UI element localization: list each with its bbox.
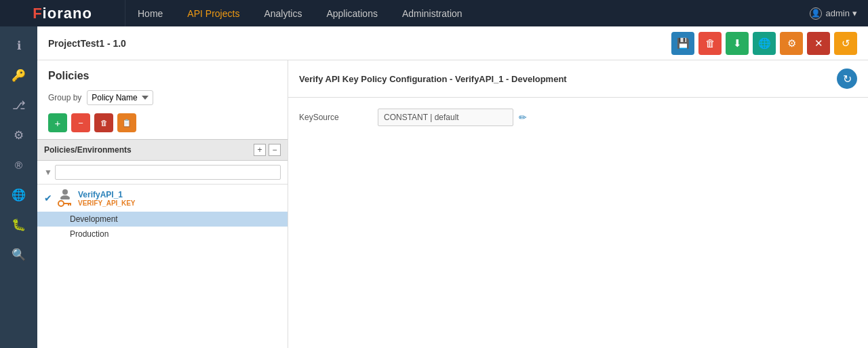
header-bar: ProjectTest1 - 1.0 💾 🗑 ⬇ 🌐 ⚙ ✕ ↺	[37, 26, 868, 60]
nav-items: Home API Projects Analytics Applications…	[125, 0, 810, 26]
sidebar-icon-key[interactable]: 🔑	[7, 63, 31, 88]
right-panel-title: Verify API Key Policy Configuration - Ve…	[299, 74, 567, 84]
save-button[interactable]: 💾	[671, 32, 694, 55]
collapse-all-button[interactable]: −	[269, 144, 281, 156]
tree-header-icons: + −	[254, 144, 281, 156]
env-item-production[interactable]: Production	[37, 227, 288, 241]
sidebar-icon-flow[interactable]: ⎇	[7, 93, 31, 117]
cancel-button[interactable]: ✕	[807, 32, 830, 55]
sidebar-icon-bug[interactable]: 🐛	[7, 212, 31, 237]
filter-icon: ▼	[44, 168, 52, 177]
sidebar-icon-search[interactable]: 🔍	[7, 242, 31, 267]
delete-button[interactable]: 🗑	[698, 32, 722, 55]
tree-header-label: Policies/Environments	[44, 145, 132, 155]
field-value-wrap-keysource: CONSTANT | default ✏	[378, 109, 857, 126]
user-chevron-icon: ▾	[852, 8, 857, 18]
page-title: ProjectTest1 - 1.0	[48, 38, 126, 49]
group-by-row: Group by Policy Name Environment	[37, 88, 288, 111]
remove-policy-button[interactable]: 🗑	[94, 113, 113, 132]
sidebar-icon-registered[interactable]: ®	[7, 153, 31, 177]
svg-point-0	[62, 189, 68, 195]
right-panel: Verify API Key Policy Configuration - Ve…	[288, 60, 868, 348]
main-layout: ℹ 🔑 ⎇ ⚙ ® 🌐 🐛 🔍 ProjectTest1 - 1.0 💾 🗑 ⬇…	[0, 26, 868, 348]
filter-row: ▼	[37, 161, 288, 185]
sidebar-icon-info[interactable]: ℹ	[7, 33, 31, 58]
env-item-development[interactable]: Development	[37, 212, 288, 227]
header-actions: 💾 🗑 ⬇ 🌐 ⚙ ✕ ↺	[671, 32, 857, 55]
filter-input[interactable]	[55, 165, 281, 180]
policy-name: VerifyAPI_1	[78, 190, 135, 199]
left-panel: Policies Group by Policy Name Environmen…	[37, 60, 288, 348]
field-row-keysource: KeySource CONSTANT | default ✏	[299, 109, 857, 126]
group-by-label: Group by	[48, 93, 81, 102]
svg-point-2	[58, 201, 64, 206]
split-panel: Policies Group by Policy Name Environmen…	[37, 60, 868, 348]
env-production-label: Production	[70, 229, 108, 239]
logo: Fiorano	[0, 0, 125, 26]
remove-env-button[interactable]: −	[71, 113, 90, 132]
nav-item-api-projects[interactable]: API Projects	[175, 0, 252, 26]
policy-labels: VerifyAPI_1 VERIFY_API_KEY	[78, 190, 135, 207]
manage-button[interactable]: ⚙	[780, 32, 803, 55]
field-edit-icon-keysource[interactable]: ✏	[519, 112, 527, 123]
tree-header: Policies/Environments + −	[37, 139, 288, 161]
copy-policy-button[interactable]: 📋	[117, 113, 136, 132]
user-label: admin	[826, 8, 850, 18]
policies-title: Policies	[37, 60, 288, 88]
nav-item-analytics[interactable]: Analytics	[252, 0, 314, 26]
download-button[interactable]: ⬇	[726, 32, 749, 55]
right-panel-header: Verify API Key Policy Configuration - Ve…	[288, 60, 868, 98]
add-policy-button[interactable]: +	[48, 113, 67, 132]
policy-icon-group	[56, 189, 74, 208]
top-nav: Fiorano Home API Projects Analytics Appl…	[0, 0, 868, 26]
filter-input-wrap: ▼	[44, 165, 281, 180]
policy-check-icon: ✔	[44, 193, 52, 204]
env-development-label: Development	[70, 214, 118, 224]
nav-item-administration[interactable]: Administration	[390, 0, 475, 26]
key-icon	[58, 199, 73, 208]
refresh-button[interactable]: ↺	[834, 32, 857, 55]
right-panel-refresh-button[interactable]: ↻	[837, 69, 857, 89]
deploy-button[interactable]: 🌐	[753, 32, 776, 55]
policy-item-verifyapi1: ✔	[37, 185, 288, 212]
group-by-select[interactable]: Policy Name Environment	[87, 90, 153, 105]
expand-all-button[interactable]: +	[254, 144, 266, 156]
nav-item-home[interactable]: Home	[125, 0, 175, 26]
sidebar-icon-settings[interactable]: ⚙	[7, 123, 31, 147]
nav-user[interactable]: 👤 admin ▾	[810, 7, 868, 20]
field-label-keysource: KeySource	[299, 113, 367, 122]
user-avatar-icon: 👤	[810, 7, 822, 20]
policies-toolbar: + − 🗑 📋	[37, 111, 288, 139]
tree-list: ✔	[37, 185, 288, 348]
policy-type: VERIFY_API_KEY	[78, 199, 135, 207]
person-icon	[58, 189, 73, 199]
nav-item-applications[interactable]: Applications	[314, 0, 390, 26]
right-panel-content: KeySource CONSTANT | default ✏	[288, 98, 868, 348]
icon-sidebar: ℹ 🔑 ⎇ ⚙ ® 🌐 🐛 🔍	[0, 26, 37, 348]
field-value-keysource: CONSTANT | default	[378, 109, 513, 126]
content-area: ProjectTest1 - 1.0 💾 🗑 ⬇ 🌐 ⚙ ✕ ↺ Policie…	[37, 26, 868, 348]
sidebar-icon-globe[interactable]: 🌐	[7, 182, 31, 207]
